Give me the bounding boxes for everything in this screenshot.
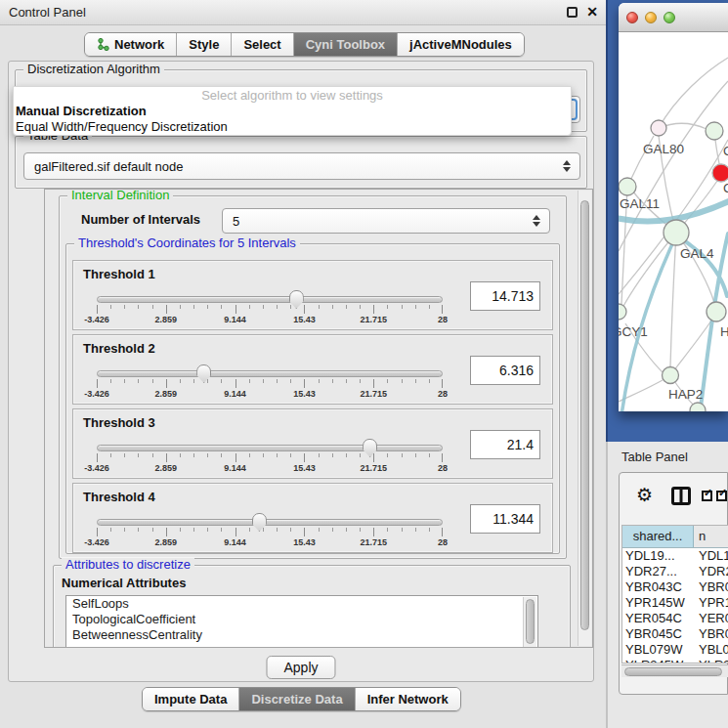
node-gcy1[interactable] [619, 304, 626, 320]
tab-impute-data[interactable]: Impute Data [143, 688, 239, 710]
tab-network[interactable]: Network [85, 33, 177, 56]
checkbox-icon[interactable]: ✓ [702, 491, 712, 501]
screenshot-root: Control Panel ✕ Network Style Select [0, 0, 728, 728]
table-panel-title: Table Panel [621, 450, 688, 464]
number-of-intervals-value: 5 [223, 214, 549, 229]
list-item[interactable]: BetweennessCentrality [66, 627, 537, 643]
node-table-panel: ⚙ ✓ ✓ shared... n YDL19... YDL1 YDR27...… [619, 472, 728, 695]
threshold-2-value-field[interactable]: 6.316 [470, 356, 540, 385]
group-title: Threshold's Coordinates for 5 Intervals [74, 236, 300, 250]
group-title: Interval Definition [67, 189, 173, 202]
slider-ruler [97, 453, 443, 462]
threshold-1-box: Threshold 1 -3.426 2.859 9 [72, 260, 553, 330]
tab-select[interactable]: Select [232, 33, 293, 56]
algorithm-dropdown-popup: Select algorithm to view settings Manual… [13, 86, 572, 136]
slider-tick-labels: -3.426 2.859 9.144 15.43 21.715 28 [97, 463, 443, 474]
numerical-attributes-list: SelfLoops TopologicalCoefficient Between… [65, 595, 538, 648]
slider-tick-labels: -3.426 2.859 9.144 15.43 21.715 28 [97, 315, 443, 325]
node-table: shared... n YDL19... YDL1 YDR27... YDR2 … [621, 525, 728, 664]
threshold-4-box: Threshold 4 -3.426 2.859 9 [72, 483, 553, 553]
slider-track[interactable] [97, 370, 443, 377]
node-gal11[interactable] [619, 178, 636, 195]
gear-icon[interactable]: ⚙ [636, 485, 653, 506]
split-columns-icon[interactable] [671, 487, 691, 505]
tab-label: Cyni Toolbox [306, 37, 385, 52]
control-panel: Control Panel ✕ Network Style Select [0, 0, 606, 728]
tab-label: Impute Data [154, 692, 227, 707]
tab-discretize-data[interactable]: Discretize Data [239, 688, 355, 710]
node-h[interactable] [707, 302, 726, 321]
tab-jactivemnodules[interactable]: jActiveMNodules [398, 33, 524, 56]
table-row[interactable]: YPR145W YPR1 [622, 595, 728, 611]
cyni-toolbox-panel: Discretization Algorithm Select algorith… [8, 61, 594, 682]
bottom-tab-bar: Impute Data Discretize Data Infer Networ… [142, 687, 461, 711]
top-tab-bar: Network Style Select Cyni Toolbox jActiv… [84, 32, 525, 57]
number-of-intervals-label: Number of Intervals [81, 212, 200, 227]
tab-infer-network[interactable]: Infer Network [356, 688, 460, 710]
table-row[interactable]: YLR345W YLR3 [622, 658, 728, 664]
table-row[interactable]: YBR043C YBR0 [622, 579, 728, 595]
tab-style[interactable]: Style [177, 33, 232, 56]
tab-label: Infer Network [367, 692, 449, 707]
table-row[interactable]: YER054C YER0 [622, 611, 728, 626]
minimize-traffic-light-icon[interactable] [645, 12, 657, 23]
column-header-shared-name[interactable]: shared... [622, 526, 694, 547]
float-window-icon[interactable] [567, 7, 578, 18]
node-partial-top[interactable] [706, 122, 723, 140]
scrollbar-thumb[interactable] [580, 200, 589, 630]
node-gal80[interactable] [651, 120, 666, 136]
settings-scrollbar[interactable] [578, 191, 591, 646]
group-title: Discretization Algorithm [23, 63, 164, 76]
list-item[interactable]: TopologicalCoefficient [66, 612, 537, 627]
tab-cyni-toolbox[interactable]: Cyni Toolbox [294, 33, 398, 56]
node-hap2[interactable] [663, 367, 679, 384]
network-graph-icon [97, 38, 109, 51]
network-window-titlebar[interactable] [619, 3, 728, 32]
checkbox-icon[interactable]: ✓ [716, 491, 727, 501]
threshold-label: Threshold 1 [83, 267, 155, 281]
table-toolbar: ⚙ ✓ ✓ [620, 473, 727, 522]
table-data-combobox[interactable]: galFiltered.sif default node [23, 152, 580, 180]
close-traffic-light-icon[interactable] [626, 12, 638, 23]
numerical-attributes-label: Numerical Attributes [62, 576, 186, 590]
table-row[interactable]: YDL19... YDL1 [622, 548, 728, 564]
threshold-3-value-field[interactable]: 21.4 [470, 430, 540, 459]
network-canvas[interactable]: GAL80 GA C GAL11 GAL4 GCY1 H HAP2 [619, 33, 728, 411]
node-label: GAL4 [680, 246, 714, 261]
dropdown-item-manual-discretization[interactable]: Manual Discretization [14, 104, 571, 119]
control-panel-titlebar: Control Panel ✕ [0, 0, 606, 25]
slider-track[interactable] [97, 296, 443, 303]
node-selected-red[interactable] [712, 164, 728, 182]
node-gal4[interactable] [664, 220, 689, 245]
settings-scrollpane: Interval Definition Number of Intervals … [44, 189, 593, 648]
list-item[interactable]: SelfLoops [66, 596, 537, 612]
threshold-3-box: Threshold 3 -3.426 2.859 9 [72, 408, 553, 479]
dropdown-item-equal-width-frequency[interactable]: Equal Width/Frequency Discretization [14, 119, 571, 135]
close-icon[interactable]: ✕ [586, 4, 598, 20]
table-horizontal-scrollbar[interactable] [621, 664, 728, 677]
list-scrollbar[interactable] [523, 597, 536, 648]
node-label: GAL11 [620, 196, 660, 211]
table-row[interactable]: YDR27... YDR2 [622, 564, 728, 579]
table-row[interactable]: YBR045C YBR0 [622, 626, 728, 642]
scrollbar-thumb[interactable] [526, 599, 535, 644]
slider-track[interactable] [97, 519, 443, 526]
zoom-traffic-light-icon[interactable] [664, 12, 675, 23]
threshold-4-value-field[interactable]: 11.344 [470, 504, 540, 534]
node-label: HAP2 [668, 387, 703, 402]
node-label: GA [723, 144, 728, 158]
thresholds-group: Threshold's Coordinates for 5 Intervals … [65, 243, 560, 554]
table-row[interactable]: YBL079W YBL0 [622, 642, 728, 658]
number-of-intervals-spinner[interactable]: 5 [222, 208, 550, 234]
tab-label: Discretize Data [251, 692, 342, 707]
threshold-1-value-field[interactable]: 14.713 [470, 281, 540, 311]
network-window: GAL80 GA C GAL11 GAL4 GCY1 H HAP2 [619, 3, 728, 411]
column-header-name[interactable]: n [694, 526, 728, 547]
node-label: H [720, 324, 728, 339]
panel-title: Control Panel [9, 5, 86, 20]
slider-track[interactable] [97, 445, 443, 451]
node-label: C [723, 181, 728, 195]
scrollbar-thumb[interactable] [624, 667, 722, 676]
node-label: GCY1 [619, 324, 648, 339]
apply-button[interactable]: Apply [266, 656, 335, 679]
